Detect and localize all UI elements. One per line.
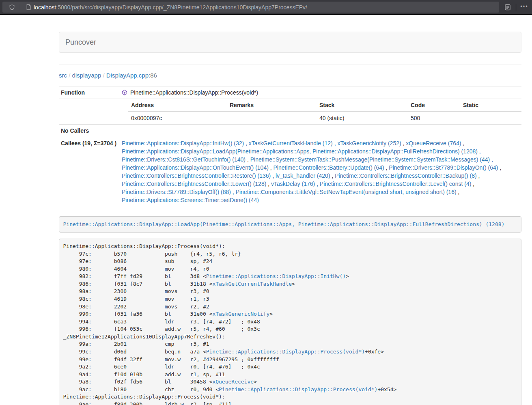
- callee-link[interactable]: xQueueReceive (764): [406, 140, 461, 146]
- site-identity-page-icon[interactable]: [23, 3, 34, 12]
- function-name: Pinetime::Applications::DisplayApp::Proc…: [130, 88, 258, 97]
- breadcrumb-link-file[interactable]: DisplayApp.cpp: [106, 72, 149, 79]
- callee-link[interactable]: Pinetime::Controllers::BrightnessControl…: [320, 181, 471, 187]
- callee-separator: ,: [477, 172, 480, 179]
- callee-link[interactable]: Pinetime::Controllers::BrightnessControl…: [122, 181, 266, 187]
- stats-row: Address Remarks Stack Code Static 0x0000…: [59, 99, 521, 125]
- callee-separator: ,: [330, 172, 335, 179]
- url-host: localhost: [34, 4, 56, 11]
- callee-link[interactable]: Pinetime::Applications::DisplayApp::OnTo…: [122, 164, 269, 171]
- app-title[interactable]: Puncover: [59, 38, 102, 47]
- callee-link[interactable]: Pinetime::Drivers::Cst816S::GetTouchInfo…: [122, 156, 246, 163]
- callee-link[interactable]: Pinetime::Applications::DisplayApp::Load…: [122, 148, 478, 155]
- code-value: 500: [407, 112, 460, 124]
- callees-label: Callees (19, Σ=3704 ): [59, 137, 120, 207]
- col-header-stack: Stack: [316, 99, 407, 112]
- col-header-code: Code: [407, 99, 460, 112]
- app-navbar: Puncover: [59, 32, 521, 53]
- disasm-symbol-link[interactable]: Pinetime::Applications::DisplayApp::Init…: [206, 273, 346, 279]
- urlbar-separator: [20, 4, 20, 11]
- page-actions-menu-icon[interactable]: •••: [519, 3, 530, 12]
- reader-mode-icon[interactable]: [502, 3, 513, 12]
- url-text: localhost:5000/path/src/displayapp/Displ…: [34, 4, 307, 11]
- callee-separator: ,: [244, 140, 249, 146]
- callee-separator: ,: [401, 140, 406, 146]
- static-value: [460, 112, 521, 124]
- function-detail-table: Function Pinetime::Applications::Display…: [59, 86, 521, 206]
- stack-value: 40 (static): [316, 112, 407, 124]
- callee-link[interactable]: vTaskDelay (176): [271, 181, 315, 187]
- callee-separator: ,: [266, 181, 271, 187]
- callee-link[interactable]: Pinetime::Controllers::Battery::Update()…: [274, 164, 384, 171]
- callee-separator: ,: [478, 148, 481, 155]
- col-header-static: Static: [460, 99, 521, 112]
- callees-row: Callees (19, Σ=3704 ) Pinetime::Applicat…: [59, 137, 521, 207]
- callee-link[interactable]: Pinetime::Drivers::St7789::DisplayOff() …: [122, 189, 231, 195]
- callee-link[interactable]: lv_task_handler (420): [276, 172, 330, 179]
- callee-separator: ,: [315, 181, 320, 187]
- breadcrumb-link-displayapp[interactable]: displayapp: [72, 72, 101, 79]
- callee-link[interactable]: Pinetime::Drivers::St7789::DisplayOn() (…: [389, 164, 498, 171]
- divider: [59, 65, 521, 65]
- snippet-symbol-link[interactable]: Pinetime::Applications::DisplayApp::Load…: [63, 221, 505, 227]
- url-bar[interactable]: localhost:5000/path/src/displayapp/Displ…: [2, 2, 499, 13]
- callee-separator: ,: [498, 164, 502, 171]
- snippet-box: Pinetime::Applications::DisplayApp::Load…: [59, 216, 521, 233]
- stats-table: Address Remarks Stack Code Static 0x0000…: [128, 99, 521, 124]
- address-value: 0x0000097c: [128, 112, 226, 124]
- callee-link[interactable]: Pinetime::Applications::Screens::Timer::…: [122, 197, 259, 203]
- disasm-symbol-link[interactable]: xTaskGenericNotify: [212, 311, 269, 317]
- callee-separator: ,: [269, 164, 274, 171]
- callee-separator: ,: [490, 156, 493, 163]
- callee-link[interactable]: xTaskGetCurrentTaskHandle (12): [249, 140, 333, 146]
- breadcrumb-link-src[interactable]: src: [59, 72, 67, 79]
- callee-separator: ,: [271, 172, 276, 179]
- toolbar-separator: [516, 4, 516, 11]
- no-callers-row: No Callers: [59, 125, 521, 137]
- breadcrumb-separator: /: [67, 72, 72, 79]
- callee-separator: ,: [231, 189, 236, 195]
- no-callers-label: No Callers: [59, 125, 120, 137]
- disassembly-code: Pinetime::Applications::DisplayApp::Proc…: [59, 239, 521, 405]
- browser-toolbar: localhost:5000/path/src/displayapp/Displ…: [0, 0, 532, 15]
- callee-separator: ,: [471, 181, 474, 187]
- col-header-remarks: Remarks: [226, 99, 316, 112]
- callee-link[interactable]: Pinetime::Controllers::BrightnessControl…: [122, 172, 271, 179]
- callee-link[interactable]: xTaskGenericNotify (252): [337, 140, 401, 146]
- function-row: Function Pinetime::Applications::Display…: [59, 86, 521, 99]
- callee-link[interactable]: Pinetime::System::SystemTask::PushMessag…: [250, 156, 490, 163]
- disasm-symbol-link[interactable]: Pinetime::Applications::DisplayApp::Proc…: [219, 386, 377, 392]
- callee-separator: ,: [246, 156, 250, 163]
- callee-link[interactable]: Pinetime::Applications::DisplayApp::Init…: [122, 140, 244, 146]
- callee-separator: ,: [461, 140, 464, 146]
- callee-link[interactable]: Pinetime::Components::LittleVgl::SetNewT…: [236, 189, 457, 195]
- breadcrumb-separator: /: [101, 72, 106, 79]
- callee-separator: ,: [333, 140, 338, 146]
- symbol-cube-icon: [122, 89, 127, 96]
- callee-separator: ,: [457, 189, 460, 195]
- remarks-value: [226, 112, 316, 124]
- callee-link[interactable]: Pinetime::Controllers::BrightnessControl…: [335, 172, 476, 179]
- stats-data-row: 0x0000097c 40 (static) 500: [128, 112, 521, 124]
- url-path: :5000/path/src/displayapp/DisplayApp.cpp…: [56, 4, 307, 11]
- callees-list: Pinetime::Applications::DisplayApp::Init…: [120, 137, 521, 207]
- disasm-symbol-link[interactable]: xQueueReceive: [212, 379, 254, 385]
- tracking-protection-shield-icon[interactable]: [6, 3, 17, 12]
- disasm-symbol-link[interactable]: Pinetime::Applications::DisplayApp::Proc…: [206, 349, 365, 355]
- disasm-symbol-link[interactable]: xTaskGetCurrentTaskHandle: [212, 281, 292, 287]
- callee-separator: ,: [384, 164, 389, 171]
- page-container: Puncover src / displayapp / DisplayApp.c…: [59, 32, 521, 405]
- breadcrumb-line-number: :86: [149, 72, 157, 79]
- breadcrumb: src / displayapp / DisplayApp.cpp:86: [59, 71, 521, 80]
- col-header-address: Address: [128, 99, 226, 112]
- function-label: Function: [59, 86, 120, 99]
